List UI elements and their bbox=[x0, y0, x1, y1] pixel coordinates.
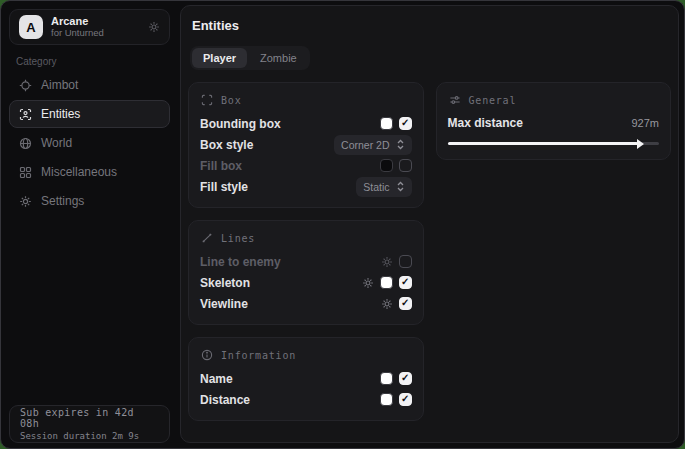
setting-label: Line to enemy bbox=[200, 255, 381, 269]
diagonal-line-icon bbox=[201, 232, 213, 244]
unfold-icon bbox=[396, 139, 405, 150]
select-value: Corner 2D bbox=[341, 139, 389, 151]
general-panel: General Max distance 927m bbox=[436, 82, 672, 160]
tab-player[interactable]: Player bbox=[192, 48, 247, 68]
sidebar-item-label: World bbox=[41, 136, 72, 150]
checkbox[interactable] bbox=[399, 393, 412, 406]
brand-subtitle: for Unturned bbox=[51, 28, 140, 39]
sidebar-item-label: Aimbot bbox=[41, 78, 78, 92]
color-swatch[interactable] bbox=[380, 159, 393, 172]
sidebar-item-label: Miscellaneous bbox=[41, 165, 117, 179]
checkbox[interactable] bbox=[399, 276, 412, 289]
panel-title: Lines bbox=[221, 233, 255, 244]
panel-title: Box bbox=[221, 95, 241, 106]
max-distance-row: Max distance 927m bbox=[448, 113, 660, 133]
subscription-card: Sub expires in 42d 08h Session duration … bbox=[9, 405, 170, 443]
setting-label: Viewline bbox=[200, 297, 381, 311]
entity-tabs: Player Zombie bbox=[190, 46, 310, 70]
information-panel-header: Information bbox=[201, 349, 412, 361]
color-swatch[interactable] bbox=[380, 372, 393, 385]
information-panel: Information Name Distance bbox=[188, 337, 424, 421]
color-swatch[interactable] bbox=[380, 393, 393, 406]
box-panel-header: Box bbox=[201, 94, 412, 106]
box-panel: Box Bounding box Box style Cor bbox=[188, 82, 424, 208]
setting-row-fill-style: Fill style Static bbox=[200, 176, 412, 197]
slider-fill-and-thumb[interactable] bbox=[448, 142, 638, 145]
page-title: Entities bbox=[192, 18, 672, 33]
max-distance-slider[interactable] bbox=[448, 137, 660, 149]
setting-row-distance: Distance bbox=[200, 389, 412, 410]
crosshair-icon bbox=[19, 79, 32, 92]
entities-scan-icon bbox=[19, 108, 32, 121]
brand-name: Arcane bbox=[51, 15, 140, 28]
lines-panel: Lines Line to enemy bbox=[188, 220, 424, 325]
sidebar-nav: Aimbot Entities bbox=[9, 71, 170, 215]
setting-label: Skeleton bbox=[200, 276, 362, 290]
sidebar: A Arcane for Unturned Category bbox=[1, 1, 180, 448]
brand-text: Arcane for Unturned bbox=[51, 15, 140, 39]
setting-row-fill-box: Fill box bbox=[200, 155, 412, 176]
sidebar-item-label: Settings bbox=[41, 194, 84, 208]
setting-row-name: Name bbox=[200, 368, 412, 389]
tab-zombie[interactable]: Zombie bbox=[249, 48, 308, 68]
select-value: Static bbox=[363, 181, 389, 193]
right-column: General Max distance 927m bbox=[436, 82, 672, 421]
info-icon bbox=[201, 349, 213, 361]
checkbox[interactable] bbox=[399, 372, 412, 385]
sidebar-item-entities[interactable]: Entities bbox=[9, 100, 170, 128]
gear-icon[interactable] bbox=[381, 256, 393, 268]
sidebar-item-aimbot[interactable]: Aimbot bbox=[9, 71, 170, 99]
checkbox[interactable] bbox=[399, 159, 412, 172]
gear-icon[interactable] bbox=[381, 298, 393, 310]
content-columns: Box Bounding box Box style Cor bbox=[187, 82, 672, 421]
max-distance-label: Max distance bbox=[448, 116, 632, 130]
main-panel: Entities Player Zombie Box bbox=[180, 5, 679, 443]
checkbox[interactable] bbox=[399, 297, 412, 310]
max-distance-value: 927m bbox=[631, 117, 659, 129]
setting-label: Fill style bbox=[200, 180, 356, 194]
box-style-select[interactable]: Corner 2D bbox=[334, 135, 411, 155]
setting-label: Name bbox=[200, 372, 380, 386]
sub-expiry-text: Sub expires in 42d 08h bbox=[20, 407, 159, 429]
unfold-icon bbox=[396, 181, 405, 192]
gear-icon[interactable] bbox=[362, 277, 374, 289]
setting-row-bounding-box: Bounding box bbox=[200, 113, 412, 134]
setting-label: Distance bbox=[200, 393, 380, 407]
grid-icon bbox=[19, 166, 32, 179]
arcane-window: A Arcane for Unturned Category bbox=[0, 0, 685, 449]
gear-icon bbox=[19, 195, 32, 208]
panel-title: Information bbox=[221, 350, 296, 361]
brand-logo: A bbox=[19, 15, 43, 39]
session-duration-text: Session duration 2m 9s bbox=[20, 431, 159, 441]
setting-label: Fill box bbox=[200, 159, 380, 173]
sidebar-item-settings[interactable]: Settings bbox=[9, 187, 170, 215]
setting-row-line-to-enemy: Line to enemy bbox=[200, 251, 412, 272]
fill-style-select[interactable]: Static bbox=[356, 177, 411, 197]
left-column: Box Bounding box Box style Cor bbox=[188, 82, 424, 421]
setting-row-box-style: Box style Corner 2D bbox=[200, 134, 412, 155]
checkbox[interactable] bbox=[399, 255, 412, 268]
setting-label: Bounding box bbox=[200, 117, 380, 131]
sidebar-item-label: Entities bbox=[41, 107, 80, 121]
sidebar-item-miscellaneous[interactable]: Miscellaneous bbox=[9, 158, 170, 186]
lines-panel-header: Lines bbox=[201, 232, 412, 244]
gear-icon[interactable] bbox=[148, 21, 160, 33]
general-panel-header: General bbox=[449, 94, 660, 106]
brand-card: A Arcane for Unturned bbox=[9, 9, 170, 45]
sidebar-item-world[interactable]: World bbox=[9, 129, 170, 157]
setting-row-skeleton: Skeleton bbox=[200, 272, 412, 293]
globe-icon bbox=[19, 137, 32, 150]
panel-title: General bbox=[469, 95, 517, 106]
sliders-icon bbox=[449, 94, 461, 106]
checkbox[interactable] bbox=[399, 117, 412, 130]
setting-label: Box style bbox=[200, 138, 334, 152]
box-brackets-icon bbox=[201, 94, 213, 106]
setting-row-viewline: Viewline bbox=[200, 293, 412, 314]
category-label: Category bbox=[16, 56, 57, 67]
color-swatch[interactable] bbox=[380, 117, 393, 130]
color-swatch[interactable] bbox=[380, 276, 393, 289]
